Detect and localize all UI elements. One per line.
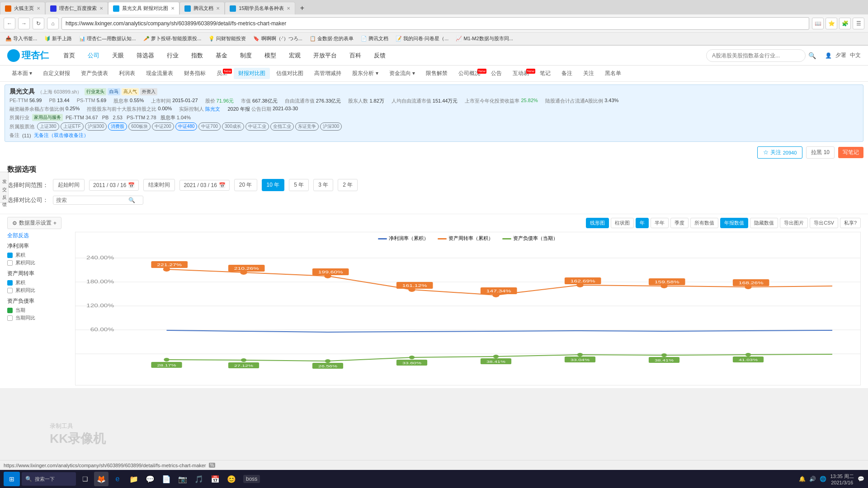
asset-turnover-cumulative-checkbox[interactable] (7, 280, 13, 286)
period-2y[interactable]: 2 年 (338, 179, 358, 191)
sub-nav-fundamental[interactable]: 基本面 ▾ (7, 68, 37, 79)
notification-icon[interactable]: 🔔 (799, 476, 806, 482)
bookmark-luobo[interactable]: 🥕 萝卜投研-智能股票投... (142, 35, 203, 42)
company-search-box[interactable]: 🔍 (53, 196, 143, 205)
sub-nav-company-overview[interactable]: 公司概况 New (454, 68, 485, 79)
period-5y[interactable]: 5 年 (289, 179, 309, 191)
debt-ratio-yoy-checkbox[interactable] (7, 315, 13, 321)
private-share-button[interactable]: 私享? (840, 218, 861, 228)
top-search-input[interactable] (706, 49, 806, 62)
period-year-button[interactable]: 年 (636, 218, 649, 228)
sub-nav-financial-indicators[interactable]: 财务指标 (179, 68, 210, 79)
side-tool-2[interactable]: 交 (0, 180, 8, 187)
lang-switch[interactable]: 中文 (850, 52, 861, 59)
nav-system[interactable]: 制度 (235, 49, 257, 62)
sub-nav-income[interactable]: 利润表 (114, 68, 140, 79)
tab-close-1[interactable]: ✕ (37, 6, 40, 11)
search-icon[interactable]: 🔍 (808, 52, 816, 59)
bookmark-button[interactable]: ⭐ (826, 18, 837, 29)
address-input[interactable] (61, 17, 809, 30)
back-button[interactable]: ← (4, 18, 15, 29)
hide-values-button[interactable]: 隐藏数值 (750, 218, 778, 228)
new-tab-button[interactable]: + (295, 2, 309, 14)
tab-tencent-doc[interactable]: 腾讯文档 ✕ (179, 2, 225, 14)
export-csv-button[interactable]: 导出CSV (810, 218, 838, 228)
bookmark-wenjuan[interactable]: 📝 我的问卷·问卷星（... (394, 35, 450, 42)
asset-turnover-yoy-checkbox[interactable] (7, 288, 13, 293)
blacklist-button[interactable]: 拉黑 10 (806, 146, 835, 159)
taskbar-app-7[interactable]: 🎵 (192, 472, 206, 486)
volume-icon[interactable]: 🔊 (809, 476, 816, 482)
start-button[interactable]: ⊞ (4, 472, 20, 486)
data-display-settings-button[interactable]: ⚙ 数据显示设置 + (7, 217, 61, 229)
reader-mode-button[interactable]: 📖 (812, 18, 824, 29)
debt-ratio-current-checkbox[interactable] (7, 308, 13, 313)
taskbar-app-8[interactable]: 📅 (208, 472, 222, 486)
end-time-label[interactable]: 结束时间 (143, 179, 175, 191)
show-annual-values-button[interactable]: 年报数值 (720, 218, 748, 228)
bookmark-lixinger[interactable]: 📊 理杏仁—用数据认知... (77, 35, 137, 42)
period-half-year-button[interactable]: 半年 (651, 218, 669, 228)
taskbar-notification-center[interactable]: 💬 (858, 476, 864, 482)
notes-content[interactable]: 无备注（双击修改备注） (34, 132, 89, 139)
nav-macro[interactable]: 宏观 (283, 49, 306, 62)
sub-nav-announcement[interactable]: 公告 (486, 68, 506, 79)
period-3y[interactable]: 3 年 (313, 179, 333, 191)
sub-nav-balance-sheet[interactable]: 资产负债表 (76, 68, 113, 79)
network-icon[interactable]: 🌐 (820, 476, 826, 482)
net-profit-cumulative-checkbox[interactable] (7, 253, 13, 258)
sub-nav-financial-chart[interactable]: 财报对比图 (234, 68, 270, 79)
period-20y[interactable]: 20 年 (234, 179, 257, 191)
sub-nav-notes[interactable]: 笔记 (535, 68, 555, 79)
sub-nav-valuation-chart[interactable]: 估值对比图 (272, 68, 308, 79)
line-chart-button[interactable]: 线形图 (586, 218, 609, 228)
side-tool-4[interactable]: 馈 (0, 195, 8, 202)
tab-close-3[interactable]: ✕ (171, 6, 175, 11)
taskbar-browser[interactable]: 🦊 (94, 472, 108, 486)
forward-button[interactable]: → (18, 18, 30, 29)
taskbar-search[interactable]: 🔍 搜索一下 (22, 472, 76, 486)
sub-nav-shareholder[interactable]: 股东分析 ▾ (348, 68, 382, 79)
start-time-label[interactable]: 起始时间 (53, 179, 85, 191)
nav-tianyan[interactable]: 天眼 (107, 49, 129, 62)
bookmark-misc[interactable]: 🔖 啊啊啊（·'）つろ... (251, 35, 304, 42)
follow-button[interactable]: ☆ 关注 20940 (757, 146, 802, 159)
side-tool-1[interactable]: 发 (0, 172, 8, 179)
period-10y[interactable]: 10 年 (262, 179, 285, 191)
chart-main-area[interactable]: 净利润率（累积） 资产周转率（累积） 资产负债率（当期） (75, 232, 861, 385)
sub-nav-follow[interactable]: 关注 (579, 68, 599, 79)
bookmark-m1m2[interactable]: 📈 M1-M2数据与股市同... (454, 35, 514, 42)
nav-screener[interactable]: 筛选器 (131, 49, 160, 62)
export-image-button[interactable]: 导出图片 (780, 218, 808, 228)
taskbar-wechat[interactable]: 💬 (143, 472, 157, 486)
net-profit-yoy-checkbox[interactable] (7, 260, 13, 266)
sub-nav-employee[interactable]: 员工 New (212, 68, 232, 79)
bookmark-jinshu[interactable]: 📋 金数据·您的表单 (308, 35, 355, 42)
taskbar-explorer[interactable]: 📁 (127, 472, 141, 486)
company-search-input[interactable] (56, 197, 128, 203)
nav-index[interactable]: 指数 (186, 49, 208, 62)
bar-chart-button[interactable]: 柱状图 (611, 218, 634, 228)
extension-button[interactable]: 🧩 (839, 18, 851, 29)
tab-baidu-search[interactable]: 理杏仁_百度搜索 ✕ (45, 2, 108, 14)
taskbar-task-view[interactable]: ❑ (78, 472, 92, 486)
sub-nav-fund-flow[interactable]: 资金流向 ▾ (385, 68, 420, 79)
toggle-all-button[interactable]: 全部反选 (7, 232, 71, 239)
tab-close-4[interactable]: ✕ (216, 6, 220, 11)
bookmark-tencent-doc[interactable]: 📄 腾讯文档 (359, 35, 390, 42)
taskbar-app-6[interactable]: 📷 (175, 472, 190, 486)
taskbar-edge[interactable]: e (110, 472, 125, 486)
start-date-input[interactable]: 2011 / 03 / 16 📅 (89, 180, 139, 191)
logo[interactable]: 理杏仁 (7, 49, 49, 62)
bookmark-newbie[interactable]: 🔰 新手上路 (42, 35, 74, 42)
taskbar-app-5[interactable]: 📄 (159, 472, 174, 486)
nav-industry[interactable]: 行业 (161, 49, 184, 62)
sub-nav-cashflow[interactable]: 现金流量表 (142, 68, 178, 79)
sub-nav-unlock[interactable]: 限售解禁 (421, 68, 452, 79)
nav-wiki[interactable]: 百科 (344, 49, 367, 62)
taskbar-app-9[interactable]: 😊 (224, 472, 239, 486)
sub-nav-remarks[interactable]: 备注 (557, 68, 577, 79)
write-note-button[interactable]: 写笔记 (838, 147, 863, 158)
nav-open-platform[interactable]: 开放平台 (308, 49, 342, 62)
tab-survey[interactable]: 15期学员名单各种表 ✕ (225, 2, 295, 14)
